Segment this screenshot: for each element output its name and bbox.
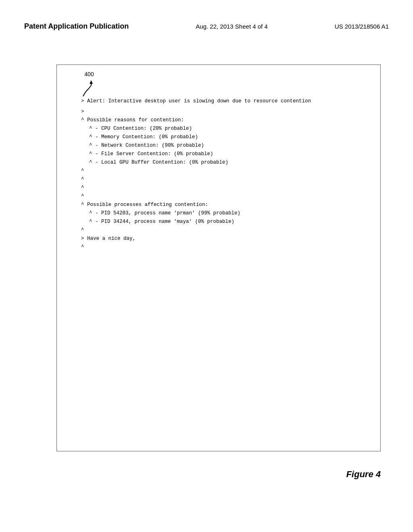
blank1: ^ — [81, 167, 364, 175]
gpu-contention: ^ - Local GPU Buffer Contention: (0% pro… — [81, 158, 364, 166]
possible-processes-header: ^ Possible processes affecting contentio… — [81, 201, 364, 209]
have-nice-day: > Have a nice day, — [81, 235, 364, 243]
pid2: ^ - PID 34244, process name 'maya' (0% p… — [81, 218, 364, 226]
blank4: ^ — [81, 192, 364, 200]
figure-label: Figure 4 — [346, 469, 381, 480]
content-area: > Alert: Interactive desktop user is slo… — [81, 97, 364, 251]
network-contention: ^ - Network Contention: (90% probable) — [81, 141, 364, 150]
blank5: ^ — [81, 226, 364, 234]
svg-marker-0 — [90, 80, 93, 84]
alert-line: > Alert: Interactive desktop user is slo… — [81, 97, 364, 105]
cpu-contention: ^ - CPU Contention: (20% probable) — [81, 125, 364, 133]
publication-title: Patent Application Publication — [24, 22, 129, 31]
memory-contention: ^ - Memory Contention: (0% probable) — [81, 133, 364, 141]
possible-reasons-header: ^ Possible reasons for contention: — [81, 116, 364, 124]
fileserver-contention: ^ - File Server Contention: (0% probable… — [81, 150, 364, 158]
patent-number: US 2013/218506 A1 — [335, 23, 389, 30]
blank2: ^ — [81, 175, 364, 183]
blank3: ^ — [81, 184, 364, 192]
arrow-400-container: 400 — [79, 71, 99, 98]
diagram-box: 400 > Alert: Interactive desktop user is… — [56, 64, 381, 451]
page-header: Patent Application Publication Aug. 22, … — [0, 22, 413, 31]
arrow-icon — [79, 78, 99, 98]
pid1: ^ - PID 54203, process name 'prman' (99%… — [81, 209, 364, 217]
prompt1: > — [81, 108, 364, 116]
prompt2: ^ — [81, 243, 364, 251]
header-meta: Aug. 22, 2013 Sheet 4 of 4 — [196, 23, 267, 30]
arrow-number: 400 — [84, 71, 94, 77]
